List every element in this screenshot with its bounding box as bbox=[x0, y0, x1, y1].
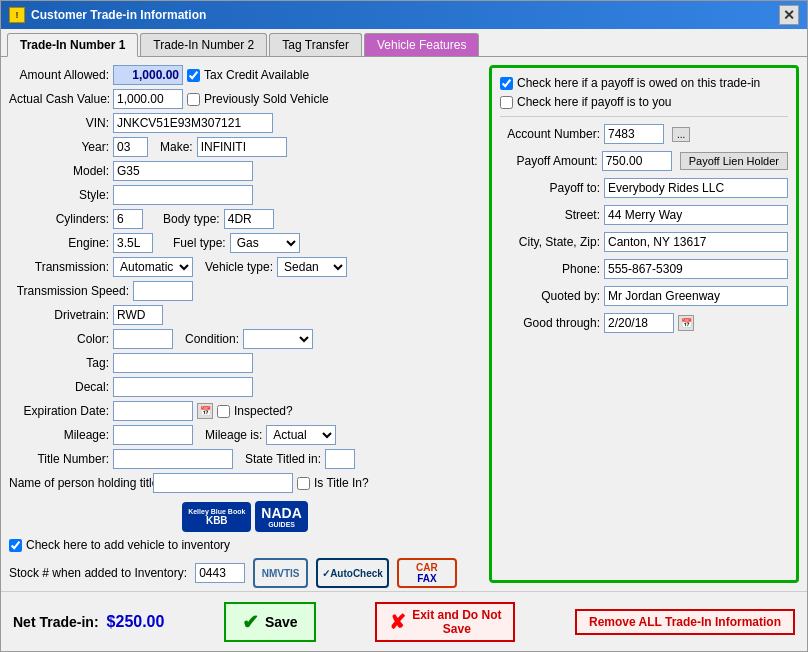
payoff-owed-checkbox[interactable] bbox=[500, 77, 513, 90]
name-holder-input[interactable] bbox=[153, 473, 293, 493]
style-input[interactable] bbox=[113, 185, 253, 205]
condition-select[interactable] bbox=[243, 329, 313, 349]
quoted-by-input[interactable] bbox=[604, 286, 788, 306]
drivetrain-label: Drivetrain: bbox=[9, 308, 109, 322]
payoff-to-you-checkbox[interactable] bbox=[500, 96, 513, 109]
decal-input[interactable] bbox=[113, 377, 253, 397]
amount-allowed-label: Amount Allowed: bbox=[9, 68, 109, 82]
tab-tradein2[interactable]: Trade-In Number 2 bbox=[140, 33, 267, 56]
account-number-row: Account Number: ... bbox=[500, 124, 788, 144]
actual-cash-input[interactable] bbox=[113, 89, 183, 109]
payoff-amount-row: Payoff Amount: Payoff Lien Holder bbox=[500, 151, 788, 171]
payoff-owed-label: Check here if a payoff is owed on this t… bbox=[517, 76, 760, 90]
quoted-by-label: Quoted by: bbox=[500, 289, 600, 303]
make-label: Make: bbox=[160, 140, 193, 154]
transmission-label: Transmission: bbox=[9, 260, 109, 274]
year-input[interactable] bbox=[113, 137, 148, 157]
net-value: $250.00 bbox=[107, 613, 165, 631]
account-number-input[interactable] bbox=[604, 124, 664, 144]
payoff-amount-input[interactable] bbox=[602, 151, 672, 171]
mileage-is-label: Mileage is: bbox=[205, 428, 262, 442]
engine-input[interactable] bbox=[113, 233, 153, 253]
actual-cash-row: Actual Cash Value: Previously Sold Vehic… bbox=[9, 89, 481, 109]
add-inventory-checkbox[interactable] bbox=[9, 539, 22, 552]
body-type-input[interactable] bbox=[224, 209, 274, 229]
stock-input[interactable] bbox=[195, 563, 245, 583]
inspected-label: Inspected? bbox=[234, 404, 293, 418]
payoff-to-input[interactable] bbox=[604, 178, 788, 198]
calendar-icon[interactable]: 📅 bbox=[197, 403, 213, 419]
right-panel: Check here if a payoff is owed on this t… bbox=[489, 65, 799, 583]
vehicle-type-select[interactable]: SedanSUVTruckVan bbox=[277, 257, 347, 277]
cylinders-body-row: Cylinders: Body type: bbox=[9, 209, 481, 229]
color-label: Color: bbox=[9, 332, 109, 346]
account-browse-button[interactable]: ... bbox=[672, 127, 690, 142]
tax-credit-checkbox[interactable] bbox=[187, 69, 200, 82]
drivetrain-input[interactable] bbox=[113, 305, 163, 325]
mileage-is-select[interactable]: ActualExemptExceeds bbox=[266, 425, 336, 445]
is-title-label: Is Title In? bbox=[314, 476, 369, 490]
city-state-zip-row: City, State, Zip: bbox=[500, 232, 788, 252]
color-input[interactable] bbox=[113, 329, 173, 349]
tab-tradein1[interactable]: Trade-In Number 1 bbox=[7, 33, 138, 57]
expiration-input[interactable] bbox=[113, 401, 193, 421]
net-tradein-section: Net Trade-in: $250.00 bbox=[13, 613, 164, 631]
state-titled-label: State Titled in: bbox=[245, 452, 321, 466]
good-through-input[interactable] bbox=[604, 313, 674, 333]
transmission-select[interactable]: AutomaticManual bbox=[113, 257, 193, 277]
phone-input[interactable] bbox=[604, 259, 788, 279]
tab-tagtransfer[interactable]: Tag Transfer bbox=[269, 33, 362, 56]
title-number-input[interactable] bbox=[113, 449, 233, 469]
phone-row: Phone: bbox=[500, 259, 788, 279]
trans-speed-input[interactable] bbox=[133, 281, 193, 301]
payoff-to-you-row: Check here if payoff is to you bbox=[500, 95, 788, 109]
street-input[interactable] bbox=[604, 205, 788, 225]
amount-allowed-input[interactable] bbox=[113, 65, 183, 85]
save-button[interactable]: ✔ Save bbox=[224, 602, 316, 642]
color-condition-row: Color: Condition: bbox=[9, 329, 481, 349]
save-check-icon: ✔ bbox=[242, 610, 259, 634]
cylinders-input[interactable] bbox=[113, 209, 143, 229]
state-titled-input[interactable] bbox=[325, 449, 355, 469]
model-input[interactable] bbox=[113, 161, 253, 181]
window-title: Customer Trade-in Information bbox=[31, 8, 206, 22]
mileage-row: Mileage: Mileage is: ActualExemptExceeds bbox=[9, 425, 481, 445]
inspected-checkbox[interactable] bbox=[217, 405, 230, 418]
city-state-zip-input[interactable] bbox=[604, 232, 788, 252]
mileage-input[interactable] bbox=[113, 425, 193, 445]
kbb-line1: Kelley Blue Book bbox=[188, 508, 245, 515]
title-bar: ! Customer Trade-in Information ✕ bbox=[1, 1, 807, 29]
good-through-row: Good through: 📅 bbox=[500, 313, 788, 333]
exit-button[interactable]: ✘ Exit and Do NotSave bbox=[375, 602, 515, 642]
make-input[interactable] bbox=[197, 137, 287, 157]
city-state-zip-label: City, State, Zip: bbox=[500, 235, 600, 249]
close-button[interactable]: ✕ bbox=[779, 5, 799, 25]
account-number-label: Account Number: bbox=[500, 127, 600, 141]
previously-sold-label: Previously Sold Vehicle bbox=[204, 92, 329, 106]
amount-allowed-row: Amount Allowed: Tax Credit Available bbox=[9, 65, 481, 85]
quoted-by-row: Quoted by: bbox=[500, 286, 788, 306]
payoff-amount-label: Payoff Amount: bbox=[500, 154, 598, 168]
name-holder-row: Name of person holding title: Is Title I… bbox=[9, 473, 481, 493]
carfax-logo: CARFAX bbox=[397, 558, 457, 588]
vin-input[interactable] bbox=[113, 113, 273, 133]
left-panel: Amount Allowed: Tax Credit Available Act… bbox=[9, 65, 481, 583]
style-row: Style: bbox=[9, 185, 481, 205]
title-bar-left: ! Customer Trade-in Information bbox=[9, 7, 206, 23]
payoff-to-you-label: Check here if payoff is to you bbox=[517, 95, 672, 109]
remove-button[interactable]: Remove ALL Trade-In Information bbox=[575, 609, 795, 635]
trans-speed-label: Transmission Speed: bbox=[9, 284, 129, 298]
payoff-lien-button[interactable]: Payoff Lien Holder bbox=[680, 152, 788, 170]
vin-row: VIN: bbox=[9, 113, 481, 133]
good-through-calendar-icon[interactable]: 📅 bbox=[678, 315, 694, 331]
body-type-label: Body type: bbox=[163, 212, 220, 226]
tab-vehiclefeatures[interactable]: Vehicle Features bbox=[364, 33, 479, 56]
year-label: Year: bbox=[9, 140, 109, 154]
fuel-type-select[interactable]: GasDieselElectricHybrid bbox=[230, 233, 300, 253]
tag-input[interactable] bbox=[113, 353, 253, 373]
trans-speed-row: Transmission Speed: bbox=[9, 281, 481, 301]
title-number-label: Title Number: bbox=[9, 452, 109, 466]
previously-sold-checkbox[interactable] bbox=[187, 93, 200, 106]
is-title-checkbox[interactable] bbox=[297, 477, 310, 490]
model-row: Model: bbox=[9, 161, 481, 181]
